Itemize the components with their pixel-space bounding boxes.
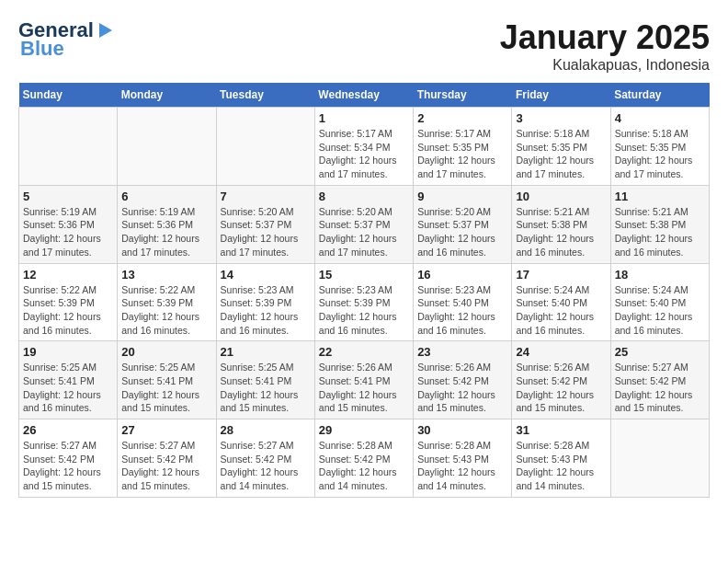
weekday-header-thursday: Thursday [414,83,512,108]
week-row-3: 12Sunrise: 5:22 AM Sunset: 5:39 PM Dayli… [19,263,710,341]
day-detail: Sunrise: 5:23 AM Sunset: 5:40 PM Dayligh… [417,283,507,338]
calendar-cell: 10Sunrise: 5:21 AM Sunset: 5:38 PM Dayli… [512,185,610,263]
day-number: 31 [516,423,606,437]
title-block: January 2025 Kualakapuas, Indonesia [500,18,710,74]
day-number: 21 [221,345,311,359]
calendar-cell [19,108,118,186]
calendar-cell: 9Sunrise: 5:20 AM Sunset: 5:37 PM Daylig… [414,185,512,263]
calendar-cell: 1Sunrise: 5:17 AM Sunset: 5:34 PM Daylig… [314,108,413,186]
week-row-2: 5Sunrise: 5:19 AM Sunset: 5:36 PM Daylig… [19,185,710,263]
weekday-header-saturday: Saturday [610,83,709,108]
day-number: 23 [417,345,507,359]
day-detail: Sunrise: 5:27 AM Sunset: 5:42 PM Dayligh… [121,439,211,493]
day-detail: Sunrise: 5:18 AM Sunset: 5:35 PM Dayligh… [615,127,705,181]
calendar-cell: 15Sunrise: 5:23 AM Sunset: 5:39 PM Dayli… [314,263,413,341]
day-number: 22 [319,345,409,359]
day-number: 13 [121,268,211,282]
day-detail: Sunrise: 5:20 AM Sunset: 5:37 PM Dayligh… [319,205,409,259]
day-number: 17 [516,268,606,282]
calendar-cell: 25Sunrise: 5:27 AM Sunset: 5:42 PM Dayli… [610,341,709,419]
svg-marker-0 [99,23,112,38]
calendar-cell: 28Sunrise: 5:27 AM Sunset: 5:42 PM Dayli… [216,419,314,498]
day-detail: Sunrise: 5:24 AM Sunset: 5:40 PM Dayligh… [516,283,606,338]
day-number: 7 [221,190,311,203]
day-detail: Sunrise: 5:24 AM Sunset: 5:40 PM Dayligh… [615,283,705,338]
weekday-header-sunday: Sunday [19,83,118,108]
day-detail: Sunrise: 5:25 AM Sunset: 5:41 PM Dayligh… [221,361,311,415]
day-detail: Sunrise: 5:17 AM Sunset: 5:35 PM Dayligh… [417,127,507,181]
calendar-cell: 27Sunrise: 5:27 AM Sunset: 5:42 PM Dayli… [118,419,216,498]
logo-icon [96,21,114,40]
calendar-cell: 19Sunrise: 5:25 AM Sunset: 5:41 PM Dayli… [19,341,118,419]
calendar-cell: 23Sunrise: 5:26 AM Sunset: 5:42 PM Dayli… [414,341,512,419]
calendar-cell: 4Sunrise: 5:18 AM Sunset: 5:35 PM Daylig… [610,108,709,186]
day-number: 4 [615,111,705,125]
day-number: 24 [516,345,606,359]
calendar-cell [610,419,709,498]
week-row-5: 26Sunrise: 5:27 AM Sunset: 5:42 PM Dayli… [19,419,710,498]
day-number: 10 [516,190,606,203]
calendar-cell: 14Sunrise: 5:23 AM Sunset: 5:39 PM Dayli… [216,263,314,341]
day-detail: Sunrise: 5:25 AM Sunset: 5:41 PM Dayligh… [23,361,113,415]
calendar-cell: 13Sunrise: 5:22 AM Sunset: 5:39 PM Dayli… [118,263,216,341]
calendar-cell: 12Sunrise: 5:22 AM Sunset: 5:39 PM Dayli… [19,263,118,341]
calendar-cell [118,108,216,186]
day-detail: Sunrise: 5:19 AM Sunset: 5:36 PM Dayligh… [23,205,113,259]
logo: General Blue [18,18,114,61]
weekday-header-monday: Monday [118,83,216,108]
day-detail: Sunrise: 5:25 AM Sunset: 5:41 PM Dayligh… [121,361,211,415]
day-detail: Sunrise: 5:28 AM Sunset: 5:43 PM Dayligh… [417,439,507,493]
day-detail: Sunrise: 5:23 AM Sunset: 5:39 PM Dayligh… [221,283,311,338]
day-number: 1 [319,111,409,125]
weekday-header-friday: Friday [512,83,610,108]
day-number: 9 [417,190,507,203]
calendar-cell: 3Sunrise: 5:18 AM Sunset: 5:35 PM Daylig… [512,108,610,186]
day-number: 18 [615,268,705,282]
day-detail: Sunrise: 5:22 AM Sunset: 5:39 PM Dayligh… [121,283,211,338]
day-number: 15 [319,268,409,282]
day-detail: Sunrise: 5:20 AM Sunset: 5:37 PM Dayligh… [221,205,311,259]
calendar-cell: 8Sunrise: 5:20 AM Sunset: 5:37 PM Daylig… [314,185,413,263]
day-number: 3 [516,111,606,125]
weekday-header-wednesday: Wednesday [314,83,413,108]
day-number: 27 [121,423,211,437]
day-detail: Sunrise: 5:26 AM Sunset: 5:41 PM Dayligh… [319,361,409,415]
calendar-cell: 6Sunrise: 5:19 AM Sunset: 5:36 PM Daylig… [118,185,216,263]
calendar-cell: 16Sunrise: 5:23 AM Sunset: 5:40 PM Dayli… [414,263,512,341]
day-detail: Sunrise: 5:18 AM Sunset: 5:35 PM Dayligh… [516,127,606,181]
day-detail: Sunrise: 5:28 AM Sunset: 5:43 PM Dayligh… [516,439,606,493]
calendar-cell: 26Sunrise: 5:27 AM Sunset: 5:42 PM Dayli… [19,419,118,498]
calendar-cell: 7Sunrise: 5:20 AM Sunset: 5:37 PM Daylig… [216,185,314,263]
calendar-cell [216,108,314,186]
calendar-table: SundayMondayTuesdayWednesdayThursdayFrid… [18,83,710,498]
calendar-cell: 5Sunrise: 5:19 AM Sunset: 5:36 PM Daylig… [19,185,118,263]
day-detail: Sunrise: 5:22 AM Sunset: 5:39 PM Dayligh… [23,283,113,338]
day-number: 30 [417,423,507,437]
day-number: 6 [121,190,211,203]
day-number: 5 [23,190,113,203]
calendar-cell: 11Sunrise: 5:21 AM Sunset: 5:38 PM Dayli… [610,185,709,263]
day-detail: Sunrise: 5:19 AM Sunset: 5:36 PM Dayligh… [121,205,211,259]
day-number: 12 [23,268,113,282]
day-number: 26 [23,423,113,437]
day-number: 28 [221,423,311,437]
day-number: 11 [615,190,705,203]
page-header: General Blue January 2025 Kualakapuas, I… [18,18,710,74]
calendar-cell: 22Sunrise: 5:26 AM Sunset: 5:41 PM Dayli… [314,341,413,419]
day-detail: Sunrise: 5:20 AM Sunset: 5:37 PM Dayligh… [417,205,507,259]
week-row-1: 1Sunrise: 5:17 AM Sunset: 5:34 PM Daylig… [19,108,710,186]
day-number: 8 [319,190,409,203]
day-detail: Sunrise: 5:27 AM Sunset: 5:42 PM Dayligh… [23,439,113,493]
calendar-cell: 21Sunrise: 5:25 AM Sunset: 5:41 PM Dayli… [216,341,314,419]
day-detail: Sunrise: 5:21 AM Sunset: 5:38 PM Dayligh… [615,205,705,259]
calendar-cell: 30Sunrise: 5:28 AM Sunset: 5:43 PM Dayli… [414,419,512,498]
day-detail: Sunrise: 5:23 AM Sunset: 5:39 PM Dayligh… [319,283,409,338]
day-detail: Sunrise: 5:26 AM Sunset: 5:42 PM Dayligh… [417,361,507,415]
weekday-header-tuesday: Tuesday [216,83,314,108]
day-detail: Sunrise: 5:21 AM Sunset: 5:38 PM Dayligh… [516,205,606,259]
calendar-cell: 24Sunrise: 5:26 AM Sunset: 5:42 PM Dayli… [512,341,610,419]
day-detail: Sunrise: 5:27 AM Sunset: 5:42 PM Dayligh… [221,439,311,493]
calendar-cell: 20Sunrise: 5:25 AM Sunset: 5:41 PM Dayli… [118,341,216,419]
week-row-4: 19Sunrise: 5:25 AM Sunset: 5:41 PM Dayli… [19,341,710,419]
day-number: 16 [417,268,507,282]
